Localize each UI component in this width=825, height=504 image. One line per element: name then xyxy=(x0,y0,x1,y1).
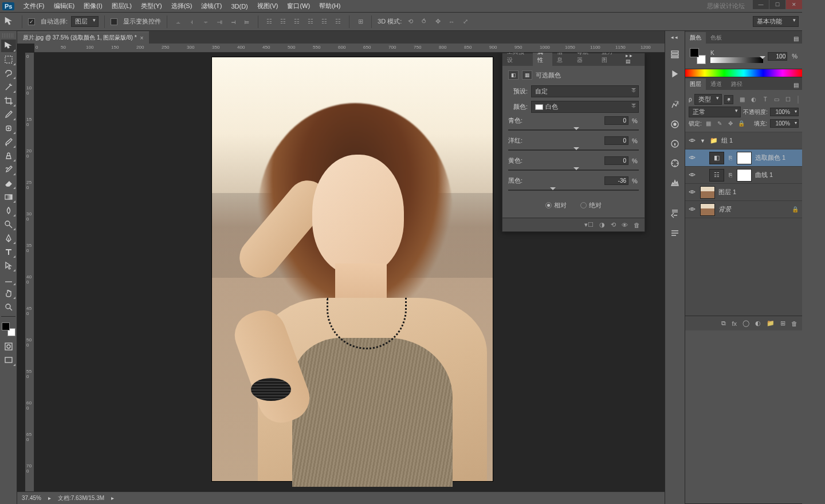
mask-icon[interactable]: ▦ xyxy=(522,70,532,80)
visibility-toggle[interactable] xyxy=(688,188,697,197)
align-right-icon[interactable]: ⫢ xyxy=(242,17,252,27)
expand-status-icon[interactable]: ▸ xyxy=(48,495,51,501)
filter-toggle[interactable] xyxy=(798,96,799,104)
layer-name[interactable]: 背景 xyxy=(718,205,788,214)
distribute-left-icon[interactable]: ☷ xyxy=(305,17,316,27)
crop-tool[interactable] xyxy=(1,94,16,107)
panel-grip[interactable] xyxy=(2,33,14,38)
slider-track[interactable] xyxy=(508,186,639,194)
window-minimize-button[interactable]: — xyxy=(753,0,769,9)
workspace-dropdown[interactable]: 基本功能 xyxy=(753,16,799,27)
slider-track[interactable] xyxy=(508,146,639,154)
method-absolute-radio[interactable]: 绝对 xyxy=(580,201,602,210)
layer-effects-icon[interactable]: fx xyxy=(732,320,737,327)
filter-dropdown-arrow[interactable]: ÷ xyxy=(724,95,733,104)
vertical-ruler[interactable]: 01 0 01 5 02 0 02 5 03 0 03 5 04 0 04 5 … xyxy=(25,53,34,491)
color-swatches[interactable] xyxy=(2,322,15,336)
tab-channels[interactable]: 通道 xyxy=(706,78,726,90)
slider-value-input[interactable] xyxy=(604,176,628,185)
filter-pixel-icon[interactable]: ▦ xyxy=(738,96,747,104)
layer-name[interactable]: 组 1 xyxy=(721,136,800,145)
mask-thumbnail[interactable] xyxy=(737,152,752,164)
zoom-tool[interactable] xyxy=(1,301,16,313)
link-layers-icon[interactable]: ⧉ xyxy=(721,320,726,327)
adjustment-icon[interactable]: ◧ xyxy=(508,70,518,80)
actions-panel-icon[interactable] xyxy=(669,68,681,80)
auto-select-dropdown[interactable]: 图层 xyxy=(71,16,99,27)
new-group-icon[interactable]: 📁 xyxy=(767,320,775,327)
distribute-hcenter-icon[interactable]: ☷ xyxy=(319,17,329,27)
eraser-tool[interactable] xyxy=(1,177,16,190)
tab-properties[interactable]: 属性 xyxy=(533,53,552,66)
distribute-right-icon[interactable]: ☷ xyxy=(333,17,343,27)
layers-list[interactable]: ▼ 📁 组 1 ◧ ⎘ 选取颜色 1 xyxy=(685,132,802,316)
navigator-panel-icon[interactable] xyxy=(669,157,681,170)
layer-row-group[interactable]: ▼ 📁 组 1 xyxy=(685,132,802,149)
align-top-icon[interactable]: ⫠ xyxy=(173,17,183,27)
slider-value-input[interactable] xyxy=(604,136,628,145)
history-brush-tool[interactable] xyxy=(1,163,16,176)
new-layer-icon[interactable]: ⊞ xyxy=(780,320,785,327)
layer-row-background[interactable]: 背景 🔒 xyxy=(685,201,802,218)
filter-shape-icon[interactable]: ▭ xyxy=(772,96,781,104)
filter-adjustment-icon[interactable]: ◐ xyxy=(749,96,759,104)
delete-layer-icon[interactable]: 🗑 xyxy=(791,320,798,327)
lock-pixels-icon[interactable]: ✎ xyxy=(716,120,724,128)
marquee-tool[interactable] xyxy=(1,53,16,66)
move-tool-icon[interactable] xyxy=(3,15,16,28)
toggle-visibility-icon[interactable]: 👁 xyxy=(622,222,628,229)
slider-track[interactable] xyxy=(508,166,639,174)
magic-wand-tool[interactable] xyxy=(1,81,16,93)
distribute-vcenter-icon[interactable]: ☷ xyxy=(278,17,288,27)
menu-view[interactable]: 视图(V) xyxy=(253,2,283,10)
3d-scale-icon[interactable]: ⤢ xyxy=(460,17,470,27)
layer-row-selective-color[interactable]: ◧ ⎘ 选取颜色 1 xyxy=(685,149,802,167)
menu-type[interactable]: 类型(Y) xyxy=(136,2,167,10)
menu-select[interactable]: 选择(S) xyxy=(167,2,197,10)
distribute-bottom-icon[interactable]: ☷ xyxy=(292,17,302,27)
layer-filter-dropdown[interactable]: 类型 xyxy=(694,94,722,105)
blur-tool[interactable] xyxy=(1,204,16,217)
tab-navigator[interactable]: 导航器 xyxy=(572,53,598,66)
align-hcenter-icon[interactable]: ⫤ xyxy=(228,17,238,27)
fill-input[interactable]: 100% xyxy=(770,119,799,128)
hand-tool[interactable] xyxy=(1,287,16,300)
tab-paths[interactable]: 路径 xyxy=(726,78,747,90)
tab-info[interactable]: 信息 xyxy=(552,53,572,66)
window-close-button[interactable]: ✕ xyxy=(786,0,802,9)
brush-tool[interactable] xyxy=(1,136,16,148)
opacity-label[interactable]: 不透明度: xyxy=(743,108,768,116)
shape-tool[interactable] xyxy=(1,273,16,286)
gradient-tool[interactable] xyxy=(1,191,16,203)
filter-smart-icon[interactable]: ☐ xyxy=(784,96,793,104)
tab-swatches[interactable]: 色板 xyxy=(706,32,726,44)
fill-label[interactable]: 填充: xyxy=(754,120,767,128)
layer-thumbnail[interactable] xyxy=(700,203,715,216)
reset-icon[interactable]: ⟲ xyxy=(611,221,616,229)
group-expand-icon[interactable]: ▼ xyxy=(700,138,705,144)
pen-tool[interactable] xyxy=(1,232,16,245)
view-previous-icon[interactable]: ◑ xyxy=(599,221,605,229)
quick-mask-toggle[interactable] xyxy=(1,340,16,353)
healing-brush-tool[interactable] xyxy=(1,122,16,135)
collapse-panel-icon[interactable]: ▸▸ ▤ xyxy=(622,53,645,66)
add-mask-icon[interactable]: ◯ xyxy=(742,320,749,327)
menu-edit[interactable]: 编辑(E) xyxy=(49,2,80,10)
layer-row-pixel[interactable]: 图层 1 xyxy=(685,184,802,201)
menu-3d[interactable]: 3D(D) xyxy=(226,3,252,10)
canvas-viewport[interactable]: 工具预设 属性 信息 导航器 直方图 ▸▸ ▤ ◧ ▦ 可选颜色 xyxy=(34,53,665,491)
mask-link-icon[interactable]: ⎘ xyxy=(728,172,733,178)
distribute-top-icon[interactable]: ☷ xyxy=(264,17,274,27)
lock-transparency-icon[interactable]: ▦ xyxy=(705,120,713,128)
tab-layers[interactable]: 图层 xyxy=(685,78,706,90)
new-adjustment-icon[interactable]: ◐ xyxy=(755,320,761,327)
opacity-input[interactable]: 100% xyxy=(770,108,799,116)
visibility-toggle[interactable] xyxy=(688,153,697,163)
panel-menu-icon[interactable]: ▤ xyxy=(790,34,802,44)
type-tool[interactable] xyxy=(1,246,16,258)
menu-filter[interactable]: 滤镜(T) xyxy=(197,2,226,10)
visibility-toggle[interactable] xyxy=(688,205,697,214)
align-left-icon[interactable]: ⫣ xyxy=(214,17,225,27)
menu-help[interactable]: 帮助(H) xyxy=(315,2,345,10)
layer-thumbnail[interactable] xyxy=(700,186,715,199)
